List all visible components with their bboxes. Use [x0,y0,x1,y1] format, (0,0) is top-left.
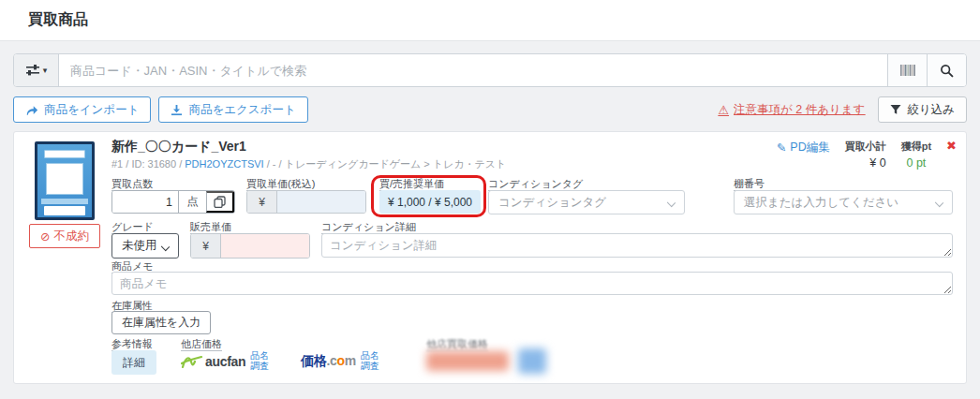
research-link-line1: 品名 [361,351,379,362]
filter-button-label: 絞り込み [907,102,955,118]
thumbnail-stripe [41,199,88,204]
subtotal-value: ¥ 0 [845,156,886,170]
research-link-line2: 調査 [361,362,379,372]
research-link-line2: 調査 [250,362,269,372]
warning-notice-link[interactable]: ⚠ 注意事項が 2 件あります [718,102,865,118]
sliders-icon [25,64,40,77]
barcode-icon [899,64,916,77]
quantity-unit: 点 [178,191,206,213]
page-header: 買取商品 [0,0,980,41]
barcode-button[interactable] [887,54,927,86]
other-store-price-label: 他店価格 [181,338,222,351]
quantity-label: 買取点数 [111,178,153,191]
kakaku-m: m [345,353,356,368]
sale-price-group: ¥ [190,233,310,259]
blurred-logo-redacted [426,351,509,371]
warning-triangle-icon: ⚠ [718,103,729,117]
export-products-button[interactable]: 商品をエクスポート [158,96,307,123]
status-badge-unsold[interactable]: ⊘ 不成約 [29,224,100,248]
memo-textarea[interactable] [111,272,953,295]
pencil-icon: ✎ [777,140,786,155]
thumbnail-title-bar [44,150,85,158]
shelf-select[interactable]: 選択または入力してください [734,190,953,214]
recommended-price-value: ¥ 1,000 / ¥ 5,000 [379,190,481,214]
unit-price-currency-prefix: ¥ [247,191,277,213]
shelf-placeholder: 選択または入力してください [744,195,898,211]
funnel-icon [890,104,901,115]
subtotal-label: 買取小計 [845,140,886,154]
sale-price-label: 販売単価 [190,221,231,234]
product-meta-suffix: / - / トレーディングカードゲーム > トレカ・テスト [264,158,507,170]
points-block: 獲得pt 0 pt [901,140,931,170]
product-title: 新作_〇〇カード_Ver1 [111,139,246,155]
export-button-label: 商品をエクスポート [188,102,295,118]
kakaku-name-research-link[interactable]: 品名 調査 [361,351,379,371]
import-button-label: 商品をインポート [44,102,139,118]
quantity-group: 点 [111,190,235,214]
research-link-line1: 品名 [250,351,269,362]
condition-tag-select[interactable]: コンディションタグ [488,190,685,214]
status-badge-label: 不成約 [53,229,89,244]
aucfan-logo-link[interactable]: aucfan [181,354,245,369]
kakaku-dot-c: .c [326,353,336,368]
product-meta-prefix: #1 / ID: 31680 / [111,158,185,170]
page-title: 買取商品 [28,10,88,30]
sale-price-currency-prefix: ¥ [191,234,221,258]
pd-edit-label: PD編集 [790,140,829,155]
prohibited-icon: ⊘ [40,229,50,244]
warning-notice-text: 注意事項が 2 件あります [734,102,865,118]
import-arrow-icon [25,104,38,116]
product-code-link[interactable]: PDH2OYZCTSVI [185,158,263,170]
aucfan-block: aucfan 品名 調査 [181,351,269,371]
product-card: ⊘ 不成約 新作_〇〇カード_Ver1 #1 / ID: 31680 / PDH… [13,131,967,384]
caret-down-icon: ▾ [43,66,48,75]
unit-price-group: ¥ [246,190,366,214]
product-meta: #1 / ID: 31680 / PDH2OYZCTSVI / - / トレーデ… [111,157,506,171]
card-actions: ✎ PD編集 買取小計 ¥ 0 獲得pt 0 pt ✖ [777,140,957,170]
thumbnail-footer-bar [44,206,85,215]
grade-value: 未使用 [122,238,157,254]
toolbar: 商品をインポート 商品をエクスポート ⚠ 注意事項が 2 件あります 絞り込み [13,96,967,123]
reference-detail-button[interactable]: 詳細 [111,350,156,375]
quantity-input[interactable] [112,191,178,213]
unit-price-input[interactable] [277,191,365,213]
kakaku-logo-text: 価格 [301,353,326,368]
close-icon[interactable]: ✖ [946,140,957,153]
download-icon [171,104,183,116]
other-store-buy-price-label: 他店買取価格 [426,338,488,351]
grade-select[interactable]: 未使用 [111,233,179,259]
condition-tag-placeholder: コンディションタグ [498,195,606,211]
grade-label: グレード [111,221,154,234]
chevron-down-icon [935,199,943,207]
subtotal-block: 買取小計 ¥ 0 [845,140,886,170]
stock-attribute-button[interactable]: 在庫属性を入力 [111,311,211,334]
aucfan-logo-text: aucfan [205,354,245,369]
reference-info-label: 参考情報 [111,338,153,351]
unit-price-label: 買取単価(税込) [246,178,315,191]
chevron-down-icon [667,199,676,207]
kakaku-logo-link[interactable]: 価格.com [301,353,356,370]
kakaku-block: 価格.com 品名 調査 [301,351,379,371]
copy-quantity-button[interactable] [206,191,234,213]
chevron-down-icon [161,243,170,251]
thumbnail-image-area [46,163,83,195]
condition-detail-label: コンディション詳細 [321,221,416,234]
sale-price-input[interactable] [221,234,309,258]
search-submit-button[interactable] [927,54,966,86]
import-products-button[interactable]: 商品をインポート [13,96,151,123]
buyback-products-page: 買取商品 ▾ [0,0,980,399]
product-thumbnail [35,141,95,220]
aucfan-name-research-link[interactable]: 品名 調査 [250,351,269,371]
points-value: 0 pt [901,156,931,170]
search-input[interactable] [59,54,887,86]
pd-edit-link[interactable]: ✎ PD編集 [777,140,830,155]
blurred-link-redacted [518,348,546,374]
aucfan-swoosh-icon [181,354,203,369]
shelf-label: 棚番号 [734,178,765,191]
points-label: 獲得pt [901,140,931,154]
condition-detail-textarea[interactable] [321,233,953,258]
search-filter-options-button[interactable]: ▾ [14,54,59,86]
copy-icon [214,196,226,208]
search-bar: ▾ [13,53,967,87]
filter-button[interactable]: 絞り込み [878,96,967,123]
